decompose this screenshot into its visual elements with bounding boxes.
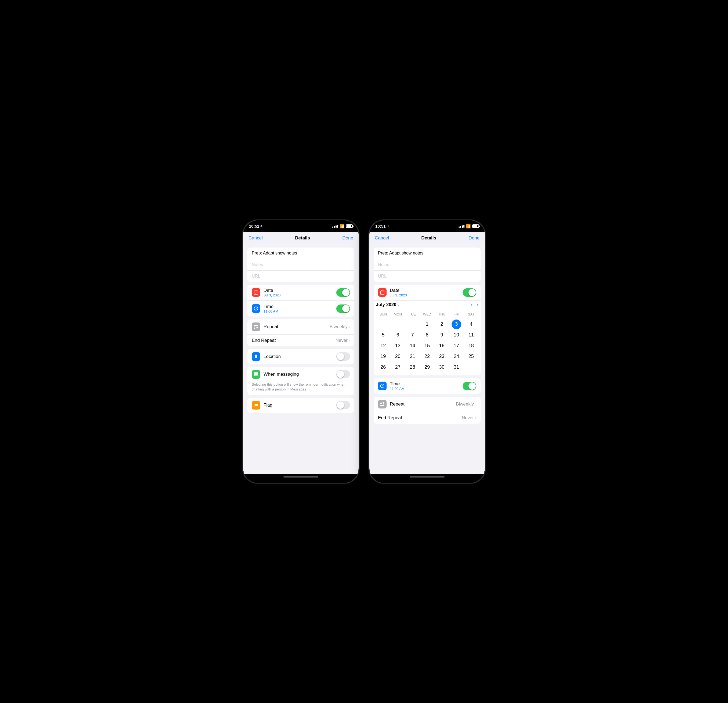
- cal-day-15[interactable]: 15: [422, 341, 432, 351]
- messaging-row-left[interactable]: When messaging: [247, 367, 354, 382]
- cal-day-17[interactable]: 17: [452, 341, 461, 351]
- date-value-right: Jul 3, 2020: [390, 293, 407, 297]
- cal-day-13[interactable]: 13: [393, 341, 403, 351]
- next-month-button[interactable]: ›: [477, 302, 478, 308]
- calendar-weekdays: SUN MON TUE WED THU FRI SAT: [376, 311, 478, 317]
- month-chevron: ›: [397, 302, 399, 307]
- cal-day-7[interactable]: 7: [407, 330, 417, 340]
- end-repeat-row-right[interactable]: End Repeat Never ›: [374, 412, 481, 424]
- cal-day-29[interactable]: 29: [422, 363, 432, 372]
- cal-day-14[interactable]: 14: [407, 341, 417, 351]
- cal-day-1[interactable]: 1: [422, 320, 432, 329]
- time-label-right: Time: [390, 381, 404, 387]
- cal-day-30[interactable]: 30: [437, 363, 447, 372]
- flag-card-left: Flag: [247, 398, 354, 413]
- svg-line-7: [256, 308, 257, 309]
- wifi-icon-left: 📶: [340, 224, 344, 229]
- nav-title-left: Details: [295, 236, 310, 241]
- cal-day-3[interactable]: 3: [452, 320, 461, 329]
- cal-day-4[interactable]: 4: [467, 320, 476, 329]
- cal-day-20[interactable]: 20: [393, 352, 403, 362]
- flag-toggle-left[interactable]: [337, 401, 350, 409]
- cal-day-28[interactable]: 28: [407, 363, 417, 372]
- cal-day-12[interactable]: 12: [378, 341, 388, 351]
- cal-day-16[interactable]: 16: [437, 341, 447, 351]
- notes-field-right[interactable]: Notes: [374, 259, 481, 270]
- cal-day-10[interactable]: 10: [452, 330, 461, 340]
- location-arrow-left: ✈: [260, 224, 263, 228]
- date-value-left: Jul 3, 2020: [264, 293, 281, 297]
- time-icon-left: [252, 304, 260, 313]
- svg-rect-12: [381, 293, 382, 294]
- time-toggle-left[interactable]: [337, 304, 350, 313]
- end-repeat-label-right: End Repeat: [378, 415, 402, 421]
- cal-day-25[interactable]: 25: [467, 352, 476, 362]
- messaging-toggle-left[interactable]: [337, 370, 350, 378]
- cal-day-19[interactable]: 19: [378, 352, 388, 362]
- date-row-left[interactable]: Date Jul 3, 2020: [247, 285, 354, 301]
- cal-day-18[interactable]: 18: [467, 341, 476, 351]
- cancel-button-left[interactable]: Cancel: [248, 236, 263, 241]
- end-repeat-label-left: End Repeat: [252, 338, 276, 343]
- home-indicator-right: [369, 474, 485, 483]
- location-row-left[interactable]: Location: [247, 349, 354, 364]
- svg-rect-0: [254, 291, 258, 295]
- cal-day-21[interactable]: 21: [407, 352, 417, 362]
- calendar-month-title[interactable]: July 2020 ›: [376, 302, 399, 307]
- cal-day-11[interactable]: 11: [467, 330, 476, 340]
- done-button-right[interactable]: Done: [468, 236, 480, 241]
- phone-left: 10:51 ✈ 📶 Cancel Details: [243, 220, 359, 483]
- location-icon-left: [252, 352, 260, 361]
- nav-bar-left: Cancel Details Done: [243, 232, 359, 243]
- date-row-right[interactable]: Date Jul 3, 2020: [374, 285, 481, 301]
- date-calendar-card-right: Date Jul 3, 2020 July 2020 ›: [374, 285, 481, 375]
- cancel-button-right[interactable]: Cancel: [375, 236, 389, 241]
- cal-day-24[interactable]: 24: [452, 352, 461, 362]
- notes-field-left[interactable]: Notes: [247, 259, 354, 270]
- url-field-right[interactable]: URL: [374, 270, 481, 282]
- done-button-left[interactable]: Done: [342, 236, 353, 241]
- cal-day-8[interactable]: 8: [422, 330, 432, 340]
- status-bar-left: 10:51 ✈ 📶: [243, 220, 359, 232]
- messaging-note-left: Selecting this option will show the remi…: [247, 382, 354, 395]
- messaging-label-left: When messaging: [264, 372, 299, 377]
- cal-day-6[interactable]: 6: [393, 330, 403, 340]
- time-row-left[interactable]: Time 11:00 AM: [247, 301, 354, 317]
- signal-icon-left: [332, 225, 338, 228]
- end-repeat-row-left[interactable]: End Repeat Never ›: [247, 334, 354, 346]
- date-time-card-left: Date Jul 3, 2020 Time: [247, 285, 354, 317]
- cal-day-23[interactable]: 23: [437, 352, 447, 362]
- wifi-icon-right: 📶: [466, 224, 471, 229]
- time-row-right[interactable]: Time 11:00 AM: [374, 378, 481, 394]
- flag-row-left[interactable]: Flag: [247, 398, 354, 413]
- prev-month-button[interactable]: ‹: [471, 302, 472, 308]
- messaging-card-left: When messaging Selecting this option wil…: [247, 367, 354, 395]
- location-card-left: Location: [247, 349, 354, 364]
- messaging-icon-left: [252, 370, 260, 379]
- cal-day-22[interactable]: 22: [422, 352, 432, 362]
- svg-rect-4: [255, 293, 256, 294]
- end-repeat-value-right: Never ›: [462, 415, 476, 421]
- repeat-row-left[interactable]: Repeat Biweekly ›: [247, 319, 354, 334]
- date-icon-right: [378, 288, 387, 297]
- cal-day-31[interactable]: 31: [452, 363, 461, 372]
- date-toggle-left[interactable]: [337, 288, 350, 297]
- svg-line-15: [382, 386, 383, 386]
- calendar-inline: July 2020 › ‹ › SUN MON TUE: [374, 301, 481, 375]
- flag-label-left: Flag: [264, 402, 272, 408]
- location-toggle-left[interactable]: [337, 352, 350, 361]
- location-arrow-right: ✈: [387, 224, 389, 228]
- cal-day-2[interactable]: 2: [437, 320, 447, 329]
- task-title-right: Prep: Adapt show notes: [374, 247, 481, 259]
- time-card-right: Time 11:00 AM: [374, 378, 481, 394]
- time-toggle-right[interactable]: [462, 382, 476, 390]
- cal-day-26[interactable]: 26: [378, 363, 388, 372]
- url-field-left[interactable]: URL: [247, 270, 354, 282]
- cal-day-27[interactable]: 27: [393, 363, 403, 372]
- cal-day-5[interactable]: 5: [378, 330, 388, 340]
- end-repeat-value-left: Never ›: [335, 338, 350, 343]
- cal-day-9[interactable]: 9: [437, 330, 447, 340]
- date-toggle-right[interactable]: [462, 288, 476, 297]
- date-label-right: Date: [390, 288, 407, 293]
- repeat-row-right[interactable]: Repeat Biweekly ›: [374, 397, 481, 412]
